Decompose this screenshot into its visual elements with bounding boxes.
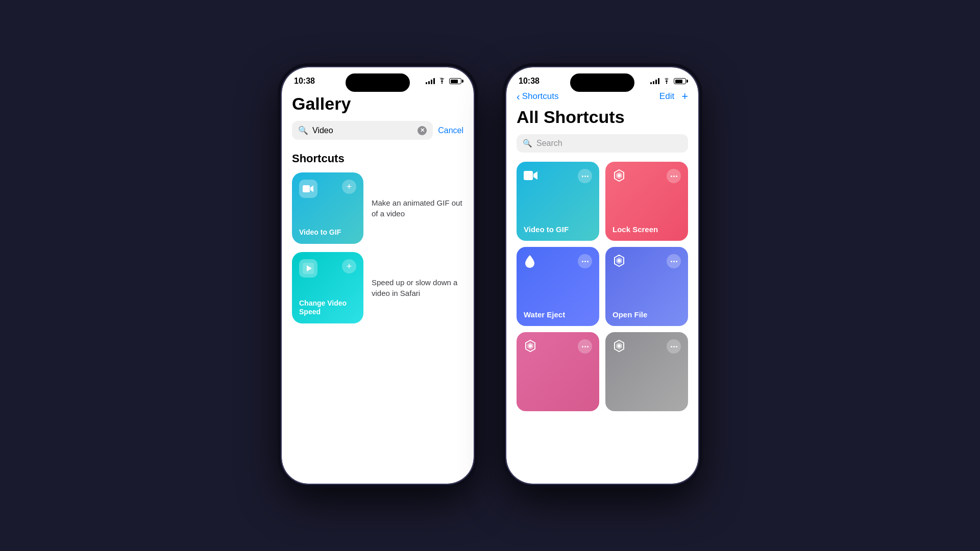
svg-point-11 [618, 259, 621, 262]
add-button-2[interactable]: + [342, 259, 356, 273]
dynamic-island-2 [570, 73, 634, 92]
time-1: 10:38 [294, 77, 315, 86]
card-label-video-gif: Video to GIF [299, 228, 356, 237]
wifi-icon-1 [438, 78, 446, 85]
grid-water-icon [524, 254, 536, 272]
grid-layers-icon-1 [612, 169, 626, 186]
change-speed-card[interactable]: + Change Video Speed [292, 252, 363, 323]
more-options-button-1[interactable] [578, 169, 592, 183]
grid-card-open-file[interactable]: Open File [605, 247, 688, 326]
grid-card-lock-screen[interactable]: Lock Screen [605, 162, 688, 241]
search-placeholder[interactable]: Search [536, 139, 562, 148]
back-label: Shortcuts [522, 91, 559, 102]
svg-rect-1 [303, 185, 310, 192]
grid-layers-icon-2 [612, 254, 626, 271]
grid-layers-icon-4 [612, 339, 626, 356]
status-icons-2 [650, 78, 686, 85]
svg-rect-5 [524, 171, 533, 180]
search-bar-1[interactable]: 🔍 Video ✕ Cancel [292, 121, 463, 140]
grid-layers-icon-3 [524, 339, 537, 356]
svg-point-8 [618, 174, 621, 177]
more-options-button-4[interactable] [667, 254, 681, 268]
search-bar-2[interactable]: 🔍 Search [517, 134, 688, 153]
phone-2: 10:38 [505, 66, 699, 485]
video-icon [299, 180, 317, 198]
search-input[interactable]: Video [312, 126, 413, 135]
shortcuts-section-title: Shortcuts [292, 152, 463, 165]
all-shortcuts-title: All Shortcuts [517, 107, 688, 127]
more-options-button-3[interactable] [578, 254, 592, 268]
grid-video-icon [524, 169, 538, 185]
search-icon-2: 🔍 [523, 139, 532, 148]
search-input-container[interactable]: 🔍 Video ✕ [292, 121, 433, 140]
more-options-button-5[interactable] [578, 339, 592, 354]
phone-1: 10:38 Gallery [281, 66, 475, 485]
clear-search-button[interactable]: ✕ [418, 126, 427, 135]
status-icons-1 [426, 78, 461, 85]
shortcuts-grid: Video to GIF [517, 162, 688, 411]
all-shortcuts-screen: ‹ Shortcuts Edit + All Shortcuts 🔍 Searc… [506, 90, 698, 475]
battery-icon-2 [674, 78, 686, 84]
wifi-icon-2 [663, 78, 671, 85]
more-options-button-6[interactable] [667, 339, 681, 354]
svg-point-17 [618, 344, 621, 347]
list-item[interactable]: + Change Video Speed Speed up or slow do… [292, 252, 463, 323]
search-icon: 🔍 [298, 126, 308, 135]
video-to-gif-card[interactable]: + Video to GIF [292, 172, 363, 244]
back-button[interactable]: ‹ Shortcuts [517, 91, 558, 102]
svg-point-4 [666, 82, 667, 83]
back-chevron-icon: ‹ [517, 91, 520, 102]
more-options-button-2[interactable] [667, 169, 681, 183]
play-icon [299, 259, 317, 278]
grid-card-video-gif[interactable]: Video to GIF [517, 162, 599, 241]
add-shortcut-button[interactable]: + [681, 90, 688, 103]
grid-card-label-lock: Lock Screen [612, 225, 681, 234]
svg-point-0 [442, 82, 443, 83]
nav-actions: Edit + [659, 90, 688, 103]
gallery-screen: Gallery 🔍 Video ✕ Cancel Shortcuts [282, 90, 474, 475]
time-2: 10:38 [519, 77, 540, 86]
signal-icon-1 [426, 78, 435, 84]
gallery-title: Gallery [292, 94, 463, 114]
grid-card-water-eject[interactable]: Water Eject [517, 247, 599, 326]
shortcut-desc-2: Speed up or slow down a video in Safari [372, 277, 463, 298]
dynamic-island-1 [346, 73, 410, 92]
card-label-change-speed: Change Video Speed [299, 299, 356, 316]
cancel-button[interactable]: Cancel [438, 126, 463, 135]
svg-point-14 [529, 344, 532, 347]
grid-card-pink[interactable] [517, 332, 599, 411]
edit-button[interactable]: Edit [659, 91, 674, 102]
grid-card-label-video: Video to GIF [524, 225, 592, 234]
battery-icon-1 [449, 78, 461, 84]
add-button-1[interactable]: + [342, 180, 356, 194]
signal-icon-2 [650, 78, 659, 84]
shortcut-desc-1: Make an animated GIF out of a video [372, 197, 463, 219]
grid-card-label-water: Water Eject [524, 310, 592, 319]
list-item[interactable]: + Video to GIF Make an animated GIF out … [292, 172, 463, 244]
grid-card-label-openfile: Open File [612, 310, 681, 319]
grid-card-gray[interactable] [605, 332, 688, 411]
